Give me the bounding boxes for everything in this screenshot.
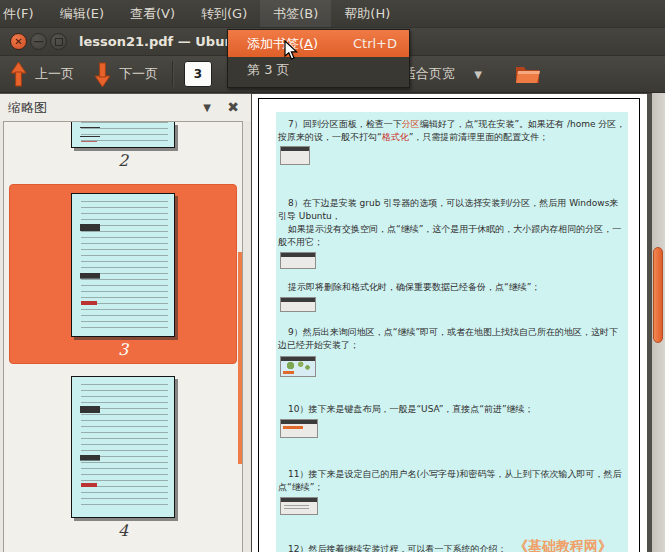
- next-page-label: 下一页: [119, 65, 158, 83]
- page-4-label: 4: [4, 518, 242, 542]
- toolbar-separator: [172, 61, 174, 87]
- main-scrollbar-thumb[interactable]: [653, 247, 663, 343]
- pdf-text: 7）回到分区面板，检查一下分区编辑好了，点“现在安装”。如果还有 /home 分…: [278, 118, 626, 552]
- main-scrollbar[interactable]: [652, 93, 665, 552]
- maximize-window-button[interactable]: [50, 33, 67, 50]
- window-title: lesson21.pdf — Ubun: [79, 34, 234, 49]
- previous-page-label: 上一页: [35, 65, 74, 83]
- add-bookmark-shortcut: Ctrl+D: [353, 36, 397, 51]
- mouse-cursor: [284, 40, 299, 61]
- pdf-paragraph: 7）回到分区面板，检查一下分区编辑好了，点“现在安装”。如果还有 /home 分…: [278, 118, 626, 144]
- minimize-window-button[interactable]: —: [30, 33, 47, 50]
- bookmark-items: 第 3 页: [228, 57, 409, 83]
- menubar-item-2[interactable]: 查看(V): [117, 0, 188, 27]
- bookmarks-menu-dropdown: 添加书签(A) Ctrl+D 第 3 页: [227, 29, 410, 88]
- window-controls: ✕ —: [10, 33, 67, 50]
- pdf-page-content: 7）回到分区面板，检查一下分区编辑好了，点“现在安装”。如果还有 /home 分…: [276, 112, 628, 552]
- thumbnail-page-4[interactable]: 4: [4, 376, 242, 542]
- pdf-paragraph: 9）然后出来询问地区，点“继续”即可，或者在地图上找找自己所在的地区，这时下边已…: [278, 326, 626, 352]
- page-4-thumbnail-image[interactable]: [71, 376, 175, 518]
- next-page-button[interactable]: 下一页: [84, 56, 168, 92]
- embedded-screenshot-s4: [280, 356, 316, 377]
- pdf-paragraph: 提示即将删除和格式化时，确保重要数据已经备份，点“继续”；: [278, 281, 626, 294]
- app-window: { "window": { "title": "lesson21.pdf — U…: [0, 0, 665, 552]
- menubar-item-4[interactable]: 书签(B): [260, 0, 331, 27]
- zoom-mode-caret-button[interactable]: ▼: [465, 56, 491, 92]
- close-window-button[interactable]: ✕: [10, 33, 27, 50]
- pdf-page: 7）回到分区面板，检查一下分区编辑好了，点“现在安装”。如果还有 /home 分…: [258, 98, 640, 552]
- thumbnails-sidebar: 缩略图 ▼ ✖ 2 3 4: [0, 93, 251, 552]
- open-file-button[interactable]: [513, 62, 543, 86]
- bookmark-menu-item[interactable]: 第 3 页: [228, 57, 409, 83]
- menubar-item-3[interactable]: 转到(G): [188, 0, 260, 27]
- embedded-screenshot-s1: [280, 146, 310, 165]
- embedded-screenshot-s5: [280, 419, 318, 438]
- document-viewport: 7）回到分区面板，检查一下分区编辑好了，点“现在安装”。如果还有 /home 分…: [251, 93, 652, 552]
- add-bookmark-label: 添加书签(A): [247, 35, 318, 53]
- thumbnail-list: 2 3 4: [3, 121, 243, 552]
- add-bookmark-menu-item[interactable]: 添加书签(A) Ctrl+D: [228, 30, 409, 57]
- content-area: 缩略图 ▼ ✖ 2 3 4 7）回到分区面板，检查一下分区编辑好了，点“现在安装…: [0, 93, 665, 552]
- sidebar-header: 缩略图 ▼ ✖: [0, 94, 251, 121]
- menubar-item-5[interactable]: 帮助(H): [331, 0, 403, 27]
- watermark-text: 《基础教程网》: [514, 538, 612, 552]
- page-2-label: 2: [4, 148, 242, 172]
- thumbnail-page-3-selected[interactable]: 3: [9, 184, 237, 364]
- pdf-paragraph: 10）接下来是键盘布局，一般是“USA”，直接点“前进”继续；: [278, 403, 626, 416]
- pdf-paragraph: 如果提示没有交换空间，点“继续”，这个是用于休眠的，大小跟内存相同的分区，一般不…: [278, 223, 626, 249]
- page-number-input[interactable]: 3: [184, 61, 212, 87]
- page-3-label: 3: [10, 337, 236, 361]
- pdf-paragraph: 8）在下边是安装 grub 引导器的选项，可以选择安装到/分区，然后用 Wind…: [278, 197, 626, 223]
- maximize-icon: [55, 38, 63, 46]
- menubar: 件(F)编辑(E)查看(V)转到(G)书签(B)帮助(H): [0, 0, 665, 28]
- embedded-screenshot-s2: [280, 252, 316, 269]
- folder-icon: [513, 62, 543, 86]
- up-arrow-icon: [10, 61, 27, 88]
- down-arrow-icon: [94, 61, 111, 88]
- sidebar-view-caret-button[interactable]: ▼: [203, 102, 211, 113]
- sidebar-title: 缩略图: [0, 99, 47, 117]
- sidebar-scrollbar-thumb[interactable]: [238, 252, 242, 464]
- thumbnail-page-2[interactable]: 2: [4, 122, 242, 172]
- embedded-screenshot-s3: [280, 297, 316, 312]
- pdf-paragraph: 11）接下来是设定自己的用户名(小写字母)和密码等，从上到下依次输入即可，然后点…: [278, 468, 626, 494]
- embedded-screenshot-s6: [280, 497, 318, 515]
- previous-page-button[interactable]: 上一页: [0, 56, 84, 92]
- menubar-item-0[interactable]: 件(F): [0, 0, 47, 27]
- sidebar-close-button[interactable]: ✖: [227, 99, 239, 115]
- page-2-thumbnail-image[interactable]: [71, 122, 175, 148]
- menubar-item-1[interactable]: 编辑(E): [47, 0, 117, 27]
- page-3-thumbnail-image[interactable]: [71, 193, 175, 337]
